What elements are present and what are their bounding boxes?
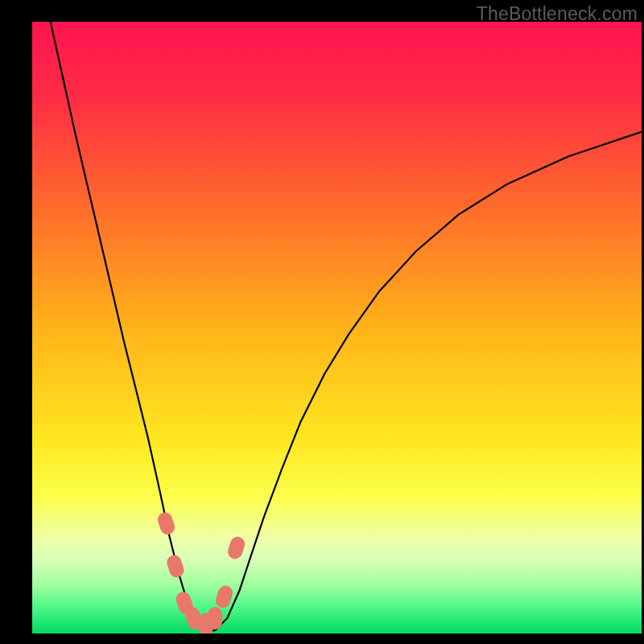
background-gradient <box>32 22 642 634</box>
svg-rect-0 <box>32 22 642 634</box>
plot-area <box>32 22 642 634</box>
chart-frame: TheBottleneck.com <box>0 0 644 644</box>
